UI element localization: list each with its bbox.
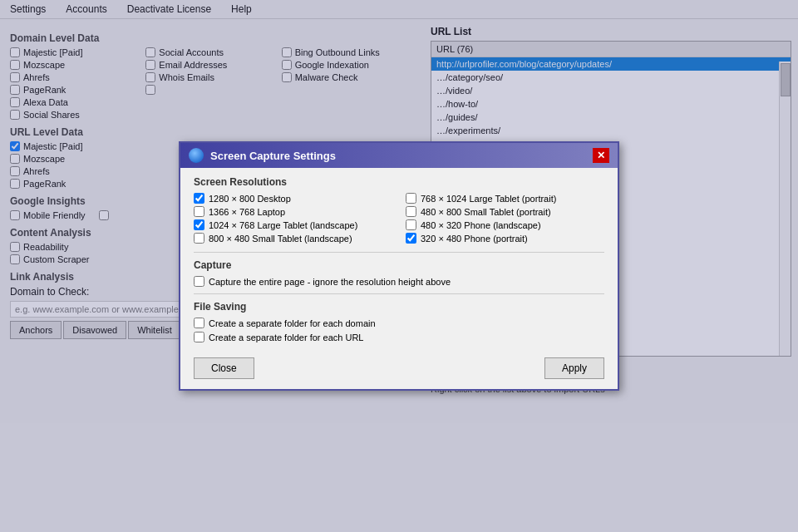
chk-folder-url[interactable]: Create a separate folder for each URL xyxy=(194,332,604,342)
chk-entire-page[interactable]: Capture the entire page - ignore the res… xyxy=(194,276,604,287)
chk-1024-768[interactable]: 1024 × 768 Large Tablet (landscape) xyxy=(194,219,392,230)
capture-title: Capture xyxy=(194,259,604,271)
chk-480-320[interactable]: 480 × 320 Phone (landscape) xyxy=(406,219,604,230)
dialog-close-btn[interactable]: Close xyxy=(194,357,254,379)
dialog-icon xyxy=(189,148,204,163)
chk-320-480[interactable]: 320 × 480 Phone (portrait) xyxy=(406,233,604,244)
dialog-body: Screen Resolutions 1280 × 800 Desktop 76… xyxy=(180,168,618,351)
resolutions-title: Screen Resolutions xyxy=(194,176,604,188)
divider1 xyxy=(194,252,604,253)
dialog-apply-btn[interactable]: Apply xyxy=(544,357,604,379)
file-saving-title: File Saving xyxy=(194,301,604,313)
chk-800-480[interactable]: 800 × 480 Small Tablet (landscape) xyxy=(194,233,392,244)
dialog-title: Screen Capture Settings xyxy=(210,150,336,162)
chk-folder-domain[interactable]: Create a separate folder for each domain xyxy=(194,318,604,328)
titlebar-left: Screen Capture Settings xyxy=(189,148,336,163)
divider2 xyxy=(194,293,604,294)
dialog-footer: Close Apply xyxy=(180,351,618,389)
chk-768-1024[interactable]: 768 × 1024 Large Tablet (portrait) xyxy=(406,193,604,204)
dialog-close-button[interactable]: ✕ xyxy=(593,148,609,163)
chk-1280[interactable]: 1280 × 800 Desktop xyxy=(194,193,392,204)
chk-480-800[interactable]: 480 × 800 Small Tablet (portrait) xyxy=(406,206,604,217)
dialog-overlay: Screen Capture Settings ✕ Screen Resolut… xyxy=(0,0,798,532)
dialog: Screen Capture Settings ✕ Screen Resolut… xyxy=(179,141,619,391)
chk-1366[interactable]: 1366 × 768 Laptop xyxy=(194,206,392,217)
resolutions-grid: 1280 × 800 Desktop 768 × 1024 Large Tabl… xyxy=(194,193,604,244)
dialog-titlebar: Screen Capture Settings ✕ xyxy=(180,143,618,168)
